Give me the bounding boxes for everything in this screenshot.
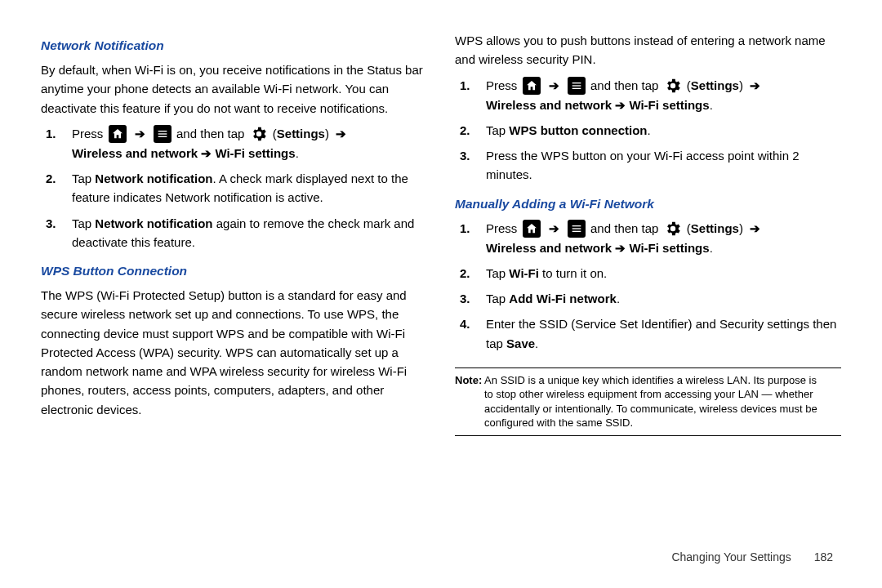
text: Tap <box>72 172 95 185</box>
paragraph: The WPS (Wi-Fi Protected Setup) button i… <box>41 286 427 419</box>
step-item: Press the WPS button on your Wi-Fi acces… <box>474 146 841 185</box>
text: Tap <box>486 266 509 280</box>
arrow-icon: ➔ <box>135 127 145 140</box>
text: Enter the SSID (Service Set Identifier) … <box>486 317 836 350</box>
svg-rect-2 <box>158 136 167 136</box>
step-item: Tap Network notification. A check mark d… <box>60 169 427 207</box>
step-item: Press ➔ and then tap (Settings) ➔ Wirele… <box>474 76 841 114</box>
page-footer: Changing Your Settings 182 <box>671 550 833 564</box>
note-text: An SSID is a unique key which identifies… <box>482 374 817 386</box>
svg-rect-7 <box>572 228 581 229</box>
svg-rect-1 <box>158 133 167 134</box>
bold-text: Settings <box>691 78 739 92</box>
text: Press <box>72 127 107 140</box>
steps-list: Press ➔ and then tap (Settings) ➔ Wirele… <box>41 124 427 252</box>
svg-rect-6 <box>572 225 581 226</box>
svg-rect-0 <box>158 131 167 131</box>
text: . <box>617 292 620 305</box>
text: to turn it on. <box>539 266 607 280</box>
arrow-icon: ➔ <box>750 78 760 92</box>
heading-network-notification: Network Notification <box>41 36 427 56</box>
paragraph: By default, when Wi-Fi is on, you receiv… <box>41 60 427 118</box>
page-number: 182 <box>814 550 833 564</box>
step-item: Press ➔ and then tap (Settings) ➔ Wirele… <box>60 124 427 163</box>
bold-text: Wireless and network ➔ Wi-Fi settings <box>486 98 710 112</box>
gear-icon <box>664 220 682 238</box>
step-item: Tap Wi-Fi to turn it on. <box>474 264 841 283</box>
heading-manual-add: Manually Adding a Wi-Fi Network <box>455 194 841 214</box>
text: . <box>535 336 538 350</box>
text: Tap <box>486 123 509 137</box>
bold-text: Settings <box>277 127 325 140</box>
right-column: WPS allows you to push buttons instead o… <box>455 31 841 436</box>
bold-text: Settings <box>691 221 739 235</box>
text: Press <box>486 78 521 92</box>
step-item: Enter the SSID (Service Set Identifier) … <box>474 314 841 353</box>
step-item: Tap Network notification again to remove… <box>60 214 427 252</box>
manual-page: Network Notification By default, when Wi… <box>0 0 882 461</box>
svg-rect-5 <box>572 87 581 88</box>
svg-rect-3 <box>572 82 581 83</box>
home-icon <box>109 125 127 143</box>
bold-text: Save <box>506 336 535 350</box>
bold-text: Wireless and network ➔ Wi-Fi settings <box>72 146 296 160</box>
text: and then tap <box>176 127 248 140</box>
text: Press <box>486 221 521 235</box>
text: and then tap <box>590 221 662 235</box>
note-box: Note: An SSID is a unique key which iden… <box>455 368 841 436</box>
text: . <box>710 98 713 112</box>
svg-rect-4 <box>572 85 581 86</box>
bold-text: Network notification <box>95 172 212 185</box>
svg-rect-8 <box>572 230 581 231</box>
arrow-icon: ➔ <box>549 221 559 235</box>
text: Tap <box>72 216 95 230</box>
home-icon <box>523 220 541 238</box>
text: ) <box>739 78 746 92</box>
note-label: Note: <box>455 374 482 386</box>
step-item: Tap WPS button connection. <box>474 121 841 140</box>
steps-list: Press ➔ and then tap (Settings) ➔ Wirele… <box>455 76 841 185</box>
chapter-name: Changing Your Settings <box>671 550 791 564</box>
text: ) <box>325 127 332 140</box>
bold-text: Add Wi-Fi network <box>509 292 617 305</box>
step-item: Press ➔ and then tap (Settings) ➔ Wirele… <box>474 219 841 257</box>
text: ) <box>739 221 746 235</box>
step-item: Tap Add Wi-Fi network. <box>474 289 841 308</box>
text: . <box>296 146 299 160</box>
text: Tap <box>486 292 509 305</box>
arrow-icon: ➔ <box>750 221 760 235</box>
text: . <box>710 241 713 255</box>
text: Press the WPS button on your Wi-Fi acces… <box>486 149 800 181</box>
arrow-icon: ➔ <box>336 127 346 140</box>
text: . <box>648 123 651 137</box>
paragraph: WPS allows you to push buttons instead o… <box>455 31 841 69</box>
bold-text: WPS button connection <box>509 123 647 137</box>
gear-icon <box>250 125 268 143</box>
text: and then tap <box>590 78 662 92</box>
home-icon <box>523 77 541 95</box>
menu-icon <box>568 77 586 95</box>
heading-wps-button: WPS Button Connection <box>41 261 427 281</box>
menu-icon <box>568 220 586 238</box>
gear-icon <box>664 77 682 95</box>
bold-text: Wi-Fi <box>509 266 539 280</box>
bold-text: Network notification <box>95 216 212 230</box>
arrow-icon: ➔ <box>549 78 559 92</box>
steps-list: Press ➔ and then tap (Settings) ➔ Wirele… <box>455 219 841 353</box>
bold-text: Wireless and network ➔ Wi-Fi settings <box>486 241 710 255</box>
left-column: Network Notification By default, when Wi… <box>41 31 427 436</box>
menu-icon <box>154 125 172 143</box>
note-body: to stop other wireless equipment from ac… <box>455 387 841 430</box>
